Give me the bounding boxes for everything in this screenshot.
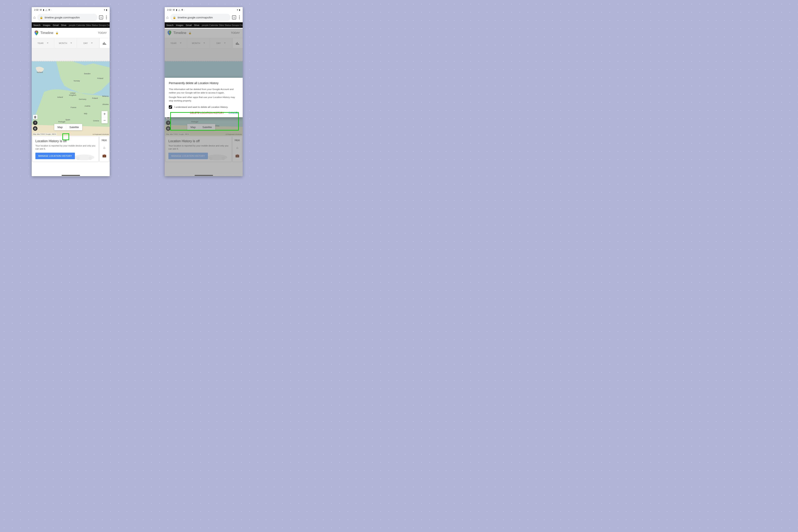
map-type-toggle[interactable]: Map Satellite (54, 124, 82, 130)
svg-rect-3 (104, 42, 104, 44)
chart-view-button[interactable] (99, 38, 110, 48)
map-label: Germany (79, 98, 86, 100)
wifi-icon: ▾ (237, 8, 238, 11)
map-label: Ukraine (102, 103, 109, 106)
triangle-icon: △ (45, 8, 47, 11)
briefcase-icon[interactable]: 💼 (102, 154, 107, 157)
map-area[interactable]: Iceland Norway Sweden Finland United Kin… (32, 61, 110, 136)
date-selector-bar: YEAR MONTH DAY (32, 38, 110, 48)
month-dropdown[interactable]: MONTH (54, 38, 77, 48)
battery-icon: ▮ (239, 8, 240, 11)
triangle-icon: △ (178, 8, 180, 11)
lock-icon: ▮ (43, 8, 44, 11)
confirm-checkbox[interactable] (169, 106, 172, 109)
google-maps-pin-icon (35, 31, 38, 35)
manage-location-history-button[interactable]: MANAGE LOCATION HISTORY (35, 153, 75, 159)
dialog-buttons: DELETE LOCATION HISTORY CANCEL (169, 112, 239, 114)
day-dropdown[interactable]: DAY (77, 38, 99, 48)
dot-icon: · (184, 8, 185, 11)
map-label: Spain (65, 119, 70, 121)
battery-icon: ▮ (106, 8, 107, 11)
dialog-title: Permanently delete all Location History (169, 81, 239, 85)
wifi-icon: ▾ (104, 8, 105, 11)
nav-extra[interactable]: people Calendar Sites Status Groups Cont… (202, 24, 243, 26)
tab-count-button[interactable]: 1 (232, 15, 236, 19)
keyboard-shortcuts[interactable]: Lil Keyboard shortcuts (93, 133, 109, 135)
bottom-card-row: Location History is off Your location is… (32, 136, 110, 162)
home-icon[interactable]: ⌂ (103, 146, 106, 150)
map-tab[interactable]: Map (54, 124, 66, 130)
satellite-tab[interactable]: Satellite (66, 124, 82, 130)
nav-drive[interactable]: Drive (194, 24, 200, 26)
dialog-body: This information will be deleted from yo… (169, 88, 239, 95)
cancel-button[interactable]: CANCEL (229, 112, 239, 114)
url-bar[interactable]: 🔒 timeline.google.com/maps/tim (37, 14, 97, 21)
map-label: Italy (84, 113, 88, 115)
map-label: France (71, 107, 76, 109)
lock-icon: 🔒 (40, 16, 43, 19)
page-title: Timeline (40, 31, 53, 35)
map-label: Finland (97, 77, 103, 79)
nav-handle[interactable] (62, 175, 80, 176)
map-label: Belarus (102, 95, 109, 97)
gmail-icon: M (173, 8, 174, 11)
overflow-menu-icon[interactable] (105, 16, 108, 19)
nav-images[interactable]: Images (43, 24, 50, 26)
help-button[interactable]: ? (33, 120, 37, 125)
delete-button[interactable]: DELETE LOCATION HISTORY (190, 112, 224, 114)
location-history-card: Location History is off Your location is… (33, 136, 98, 162)
nav-gmail[interactable]: Gmail (53, 24, 59, 26)
home-icon[interactable]: ⌂ (166, 15, 169, 20)
url-bar[interactable]: 🔒 timeline.google.com/maps/tim (170, 14, 230, 21)
svg-rect-4 (105, 43, 106, 44)
today-button[interactable]: TODAY (98, 31, 107, 34)
nav-search[interactable]: Search (33, 24, 40, 26)
tab-count-button[interactable]: 1 (99, 15, 103, 19)
svg-point-7 (76, 157, 80, 160)
phone-screenshot-left: 2:32 M ▮ △ ✻ · ▾ ▮ ⌂ 🔒 timeline.google.c… (32, 7, 110, 176)
year-dropdown[interactable]: YEAR (32, 38, 54, 48)
status-time: 2:32 (167, 8, 171, 11)
map-label: Portugal (58, 121, 65, 123)
nav-drive[interactable]: Drive (61, 24, 66, 26)
car-illustration (72, 150, 96, 160)
zoom-control: + − (101, 111, 108, 124)
dot-icon: · (51, 8, 52, 11)
zoom-in-button[interactable]: + (101, 111, 108, 117)
google-nav-bar: Search Images Gmail Drive people Calenda… (32, 22, 110, 28)
timeline-header: Timeline 🔒 TODAY (32, 28, 110, 38)
map-label: United Kingdom (68, 92, 78, 96)
nav-gmail[interactable]: Gmail (186, 24, 192, 26)
map-controls: 🗑 ? ⚙ (33, 115, 37, 131)
status-bar: 2:32 M ▮ △ ✻ · ▾ ▮ (165, 7, 243, 13)
lock-icon: ▮ (176, 8, 177, 11)
home-icon[interactable]: ⌂ (33, 15, 36, 20)
dialog-body: Google Now and other apps that use your … (169, 96, 239, 103)
chevron-down-icon (70, 42, 72, 43)
empty-chart-band (32, 48, 110, 61)
overflow-menu-icon[interactable] (238, 16, 241, 19)
status-bar: 2:32 M ▮ △ ✻ · ▾ ▮ (32, 7, 110, 13)
side-card: Hon ⌂ 💼 (100, 136, 109, 162)
nav-extra[interactable]: people Calendar Sites Status Groups Cont… (69, 24, 110, 26)
card-title: Location History is off (35, 139, 96, 143)
map-label: Poland (92, 97, 98, 99)
nav-search[interactable]: Search (166, 24, 173, 26)
lock-icon: 🔒 (173, 16, 176, 19)
map-label: Greece (93, 120, 99, 122)
trash-button[interactable]: 🗑 (33, 115, 37, 119)
url-text: timeline.google.com/maps/tim (44, 16, 80, 19)
url-text: timeline.google.com/maps/tim (177, 16, 213, 19)
bar-chart-icon (103, 42, 107, 44)
confirm-checkbox-row[interactable]: I understand and want to delete all Loca… (169, 106, 239, 109)
card-description: Your location is reported by your mobile… (35, 144, 96, 151)
side-card-title: Hon (102, 138, 107, 142)
google-nav-bar: Search Images Gmail Drive people Calenda… (165, 22, 243, 28)
chevron-down-icon (91, 42, 93, 43)
nav-images[interactable]: Images (176, 24, 183, 26)
browser-toolbar: ⌂ 🔒 timeline.google.com/maps/tim 1 (165, 13, 243, 22)
map-label: Iceland (37, 71, 43, 73)
zoom-out-button[interactable]: − (101, 117, 108, 124)
map-label: Norway (74, 80, 80, 82)
settings-button[interactable]: ⚙ (33, 126, 37, 131)
